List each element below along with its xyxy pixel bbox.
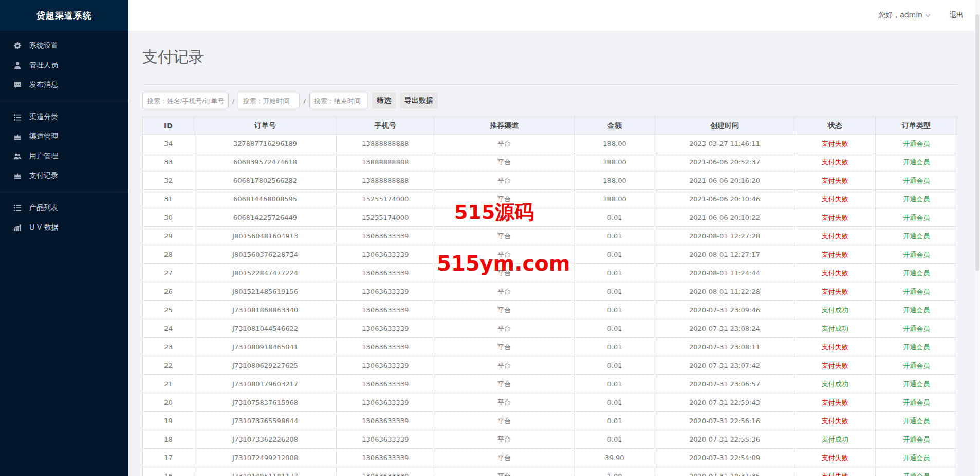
separator: / (232, 97, 234, 105)
payment-records-table: ID订单号手机号推荐渠道金额创建时间状态订单类型 343278877162961… (142, 117, 957, 476)
table-cell: 2020-07-31 22:59:43 (655, 393, 794, 412)
table-cell: 2023-03-27 11:46:11 (655, 135, 794, 153)
table-cell: J731075837615968 (194, 393, 336, 412)
table-cell: 平台 (434, 393, 575, 412)
table-cell: 29 (143, 227, 194, 245)
table-row: 28J80156037622873413063633339平台0.012020-… (143, 245, 957, 264)
table-cell: 支付失败 (794, 449, 876, 467)
table-cell: 0.01 (575, 356, 655, 375)
sidebar-item-用户管理[interactable]: 用户管理 (0, 146, 128, 166)
table-cell: 13063633339 (337, 412, 434, 430)
table-row: 29J80156048160491313063633339平台0.012020-… (143, 227, 957, 245)
table-cell: 支付失败 (794, 264, 876, 282)
message-icon (13, 81, 22, 89)
payment-icon (13, 172, 22, 180)
user-menu[interactable]: 您好，admin (878, 11, 930, 20)
sidebar-item-label: 渠道分类 (29, 112, 58, 122)
table-cell: 支付成功 (794, 301, 876, 319)
table-cell: 31 (143, 190, 194, 208)
content: 支付记录 / / 筛选 导出数据 ID订单号手机号推荐渠道金额创建时间状态订单类… (128, 31, 980, 476)
search-end-time-input[interactable] (309, 93, 368, 108)
table-cell: 平台 (434, 264, 575, 282)
table-cell: 606814468008595 (194, 190, 336, 208)
sidebar-item-U V 数据[interactable]: U V 数据 (0, 218, 128, 237)
table-cell: 21 (143, 375, 194, 393)
table-row: 26J80152148561915613063633339平台0.012020-… (143, 282, 957, 301)
sidebar-item-label: 产品列表 (29, 203, 58, 213)
table-cell: 13063633339 (337, 227, 434, 245)
table-cell: 13063633339 (337, 430, 434, 449)
filter-button[interactable]: 筛选 (372, 93, 396, 108)
table-cell: 开通会员 (876, 338, 957, 356)
table-cell: 支付失败 (794, 467, 876, 476)
table-cell: 平台 (434, 467, 575, 476)
column-header-订单类型: 订单类型 (876, 117, 957, 135)
table-row: 27J80152284747722413063633339平台0.012020-… (143, 264, 957, 282)
table-cell: 开通会员 (876, 208, 957, 227)
table-cell: 支付成功 (794, 375, 876, 393)
table-cell: 开通会员 (876, 227, 957, 245)
table-cell: 33 (143, 153, 194, 172)
table-cell: 188.00 (575, 153, 655, 172)
column-header-状态: 状态 (794, 117, 876, 135)
table-cell: 13063633339 (337, 467, 434, 476)
table-cell: 2020-07-31 23:06:57 (655, 375, 794, 393)
table-cell: 13063633339 (337, 338, 434, 356)
vertical-scrollbar[interactable] (975, 0, 980, 476)
table-cell: 2021-06-06 20:52:37 (655, 153, 794, 172)
sidebar-item-管理人员[interactable]: 管理人员 (0, 55, 128, 75)
table-cell: 13063633339 (337, 375, 434, 393)
table-cell: 188.00 (575, 190, 655, 208)
table-cell: J731080918465041 (194, 338, 336, 356)
page-title: 支付记录 (142, 31, 957, 68)
table-cell: J801521485619156 (194, 282, 336, 301)
table-cell: 2020-08-01 11:22:28 (655, 282, 794, 301)
column-header-推荐渠道: 推荐渠道 (434, 117, 575, 135)
sidebar-item-渠道分类[interactable]: 渠道分类 (0, 107, 128, 127)
logout-button[interactable]: 退出 (949, 11, 964, 20)
search-start-time-input[interactable] (238, 93, 300, 108)
table-row: 3160681446800859515255174000平台188.002021… (143, 190, 957, 208)
sidebar-item-label: 支付记录 (29, 171, 58, 180)
table-cell: 28 (143, 245, 194, 264)
sidebar-item-产品列表[interactable]: 产品列表 (0, 198, 128, 218)
search-keyword-input[interactable] (142, 93, 229, 108)
table-cell: 13063633339 (337, 356, 434, 375)
sidebar-item-发布消息[interactable]: 发布消息 (0, 75, 128, 94)
table-cell: 平台 (434, 190, 575, 208)
table-row: 18J73107336222620813063633339平台0.012020-… (143, 430, 957, 449)
table-cell: 支付失败 (794, 153, 876, 172)
column-header-手机号: 手机号 (337, 117, 434, 135)
table-cell: 支付失败 (794, 338, 876, 356)
table-cell: 开通会员 (876, 282, 957, 301)
sidebar-item-渠道管理[interactable]: 渠道管理 (0, 127, 128, 146)
sidebar-item-label: 发布消息 (29, 80, 58, 89)
table-cell: 606817802566282 (194, 172, 336, 190)
table-cell: J731073362226208 (194, 430, 336, 449)
app-title: 贷超渠道系统 (0, 0, 128, 31)
table-cell: 平台 (434, 153, 575, 172)
topbar: 您好，admin 退出 (128, 0, 980, 31)
export-data-button[interactable]: 导出数据 (400, 93, 438, 108)
table-cell: 开通会员 (876, 245, 957, 264)
sidebar-item-label: 用户管理 (29, 151, 58, 161)
table-cell: 平台 (434, 282, 575, 301)
table-cell: 0.01 (575, 393, 655, 412)
table-cell: 606839572474618 (194, 153, 336, 172)
sidebar-item-系统设置[interactable]: 系统设置 (0, 36, 128, 55)
table-cell: 开通会员 (876, 319, 957, 338)
table-cell: 34 (143, 135, 194, 153)
table-cell: 188.00 (575, 135, 655, 153)
scrollbar-thumb[interactable] (975, 14, 979, 271)
table-cell: 2020-08-01 11:24:44 (655, 264, 794, 282)
table-row: 21J73108017960321713063633339平台0.012020-… (143, 375, 957, 393)
table-cell: 13888888888 (337, 135, 434, 153)
sidebar-menu: 系统设置管理人员发布消息渠道分类渠道管理用户管理支付记录产品列表U V 数据 (0, 31, 128, 242)
table-cell: 开通会员 (876, 393, 957, 412)
table-cell: 2020-08-01 12:27:17 (655, 245, 794, 264)
table-cell: 0.01 (575, 375, 655, 393)
sidebar-item-支付记录[interactable]: 支付记录 (0, 166, 128, 185)
table-cell: 17 (143, 449, 194, 467)
table-cell: 开通会员 (876, 412, 957, 430)
table-cell: 0.01 (575, 338, 655, 356)
